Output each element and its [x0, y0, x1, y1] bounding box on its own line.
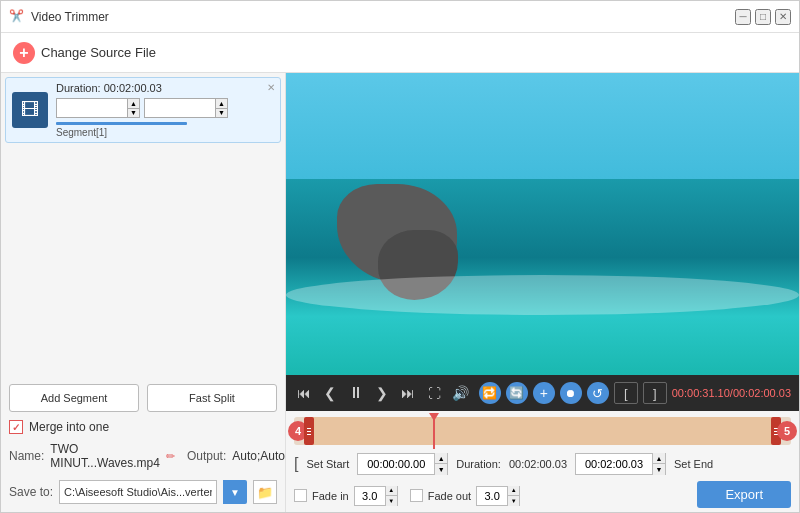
trim-start-down[interactable]: ▼	[435, 464, 447, 475]
save-dropdown-button[interactable]: ▼	[223, 480, 247, 504]
fade-in-up[interactable]: ▲	[386, 486, 397, 496]
title-bar: ✂️ Video Trimmer ─ □ ✕	[1, 1, 799, 33]
add-segment-ctrl-button[interactable]: +	[533, 382, 555, 404]
video-preview	[286, 73, 799, 375]
maximize-button[interactable]: □	[755, 9, 771, 25]
fade-out-value-group: ▲ ▼	[476, 486, 520, 506]
add-source-button[interactable]: + Change Source File	[13, 42, 156, 64]
fade-out-checkbox[interactable]	[410, 489, 423, 502]
fade-in-down[interactable]: ▼	[386, 496, 397, 506]
main-content: 🎞 Duration: 00:02:00.03 00:00:00.00 ▲	[1, 73, 799, 512]
timeline-filled	[312, 417, 773, 445]
fade-controls: Fade in ▲ ▼ Fade out	[294, 482, 520, 508]
output-label: Output:	[187, 449, 226, 463]
timeline-area: 4 5	[286, 411, 799, 512]
fade-out-item: Fade out ▲ ▼	[410, 486, 520, 506]
end-time-up[interactable]: ▲	[216, 99, 227, 109]
prev-frame-button[interactable]: ❮	[320, 383, 340, 403]
handle-lines-left	[307, 428, 311, 435]
window-controls: ─ □ ✕	[735, 9, 791, 25]
save-path-input[interactable]	[59, 480, 217, 504]
trim-bracket-open: [	[294, 455, 298, 473]
fade-out-label: Fade out	[428, 490, 471, 502]
merge-checkbox[interactable]: ✓	[9, 420, 23, 434]
bracket-left-button[interactable]: [	[614, 382, 638, 404]
duration-label: Duration:	[456, 458, 501, 470]
trim-end-input[interactable]	[576, 454, 652, 474]
add-icon: +	[13, 42, 35, 64]
video-foam	[286, 275, 799, 315]
toolbar: + Change Source File	[1, 33, 799, 73]
fade-in-value-group: ▲ ▼	[354, 486, 398, 506]
time-display: 00:00:31.10/00:02:00.03	[672, 387, 791, 399]
handle-line	[307, 434, 311, 435]
output-value: Auto;Auto	[232, 449, 285, 463]
segment-close-button[interactable]: ✕	[264, 80, 278, 94]
film-icon: 🎞	[21, 100, 39, 121]
right-panel: ⏮ ❮ ⏸ ❯ ⏭ ⛶ 🔊 🔁 🔄 + ⏺ ↺ [ ] 00:00:31.10	[286, 73, 799, 512]
trim-end-spinners: ▲ ▼	[652, 453, 665, 475]
segment-info: Duration: 00:02:00.03 00:00:00.00 ▲ ▼	[56, 82, 274, 138]
segment-label: Segment[1]	[56, 127, 274, 138]
file-name-value: TWO MINUT...Waves.mp4	[50, 442, 160, 470]
skip-to-start-button[interactable]: ⏮	[294, 383, 314, 403]
start-time-input[interactable]: 00:00:00.00	[57, 99, 127, 117]
start-time-spinners: ▲ ▼	[127, 99, 139, 117]
record-button[interactable]: ⏺	[560, 382, 582, 404]
segment-progress-bar	[56, 122, 187, 125]
trim-end-up[interactable]: ▲	[653, 453, 665, 464]
handle-line	[307, 428, 311, 429]
close-button[interactable]: ✕	[775, 9, 791, 25]
fade-out-up[interactable]: ▲	[508, 486, 519, 496]
crop-button[interactable]: ⛶	[424, 383, 444, 403]
trim-start-input-group: ▲ ▼	[357, 453, 448, 475]
end-time-input[interactable]: 00:02:00.03	[145, 99, 215, 117]
fade-in-item: Fade in ▲ ▼	[294, 486, 398, 506]
trim-end-down[interactable]: ▼	[653, 464, 665, 475]
window-title: Video Trimmer	[31, 10, 735, 24]
pause-button[interactable]: ⏸	[346, 383, 366, 403]
segment-thumbnail: 🎞	[12, 92, 48, 128]
name-label: Name:	[9, 449, 44, 463]
trim-handle-left[interactable]	[304, 417, 314, 445]
loop-button-1[interactable]: 🔁	[479, 382, 501, 404]
fade-in-label: Fade in	[312, 490, 349, 502]
start-time-up[interactable]: ▲	[128, 99, 139, 109]
loop-button-2[interactable]: 🔄	[506, 382, 528, 404]
duration-value: 00:02:00.03	[509, 458, 567, 470]
add-segment-button[interactable]: Add Segment	[9, 384, 139, 412]
segment-action-buttons: Add Segment Fast Split	[9, 384, 277, 412]
video-area	[286, 73, 799, 375]
fade-out-down[interactable]: ▼	[508, 496, 519, 506]
set-start-label: Set Start	[306, 458, 349, 470]
minimize-button[interactable]: ─	[735, 9, 751, 25]
fade-out-spinners: ▲ ▼	[507, 486, 519, 506]
start-time-input-group: 00:00:00.00 ▲ ▼	[56, 98, 140, 118]
checkmark-icon: ✓	[12, 422, 20, 433]
fade-in-spinners: ▲ ▼	[385, 486, 397, 506]
volume-button[interactable]: 🔊	[450, 383, 470, 403]
edit-controls: 🔁 🔄 + ⏺ ↺ [ ] 00:00:31.10/00:02:00.03	[479, 382, 791, 404]
trim-end-input-group: ▲ ▼	[575, 453, 666, 475]
merge-label: Merge into one	[29, 420, 109, 434]
trim-start-input[interactable]	[358, 454, 434, 474]
fade-in-checkbox[interactable]	[294, 489, 307, 502]
fast-split-button[interactable]: Fast Split	[147, 384, 277, 412]
edit-name-icon[interactable]: ✏	[166, 450, 175, 463]
refresh-button[interactable]: ↺	[587, 382, 609, 404]
fade-out-value-input[interactable]	[477, 487, 507, 505]
skip-to-end-button[interactable]: ⏭	[398, 383, 418, 403]
timeline-track[interactable]: 4 5	[294, 417, 791, 445]
main-window: ✂️ Video Trimmer ─ □ ✕ + Change Source F…	[0, 0, 800, 513]
timeline-playhead[interactable]	[433, 413, 435, 449]
trim-start-up[interactable]: ▲	[435, 453, 447, 464]
left-bottom-area: Add Segment Fast Split ✓ Merge into one …	[1, 376, 285, 512]
trim-start-spinners: ▲ ▼	[434, 453, 447, 475]
end-time-down[interactable]: ▼	[216, 109, 227, 118]
export-button[interactable]: Export	[697, 481, 791, 508]
fade-in-value-input[interactable]	[355, 487, 385, 505]
next-frame-button[interactable]: ❯	[372, 383, 392, 403]
open-folder-button[interactable]: 📁	[253, 480, 277, 504]
bracket-right-button[interactable]: ]	[643, 382, 667, 404]
start-time-down[interactable]: ▼	[128, 109, 139, 118]
